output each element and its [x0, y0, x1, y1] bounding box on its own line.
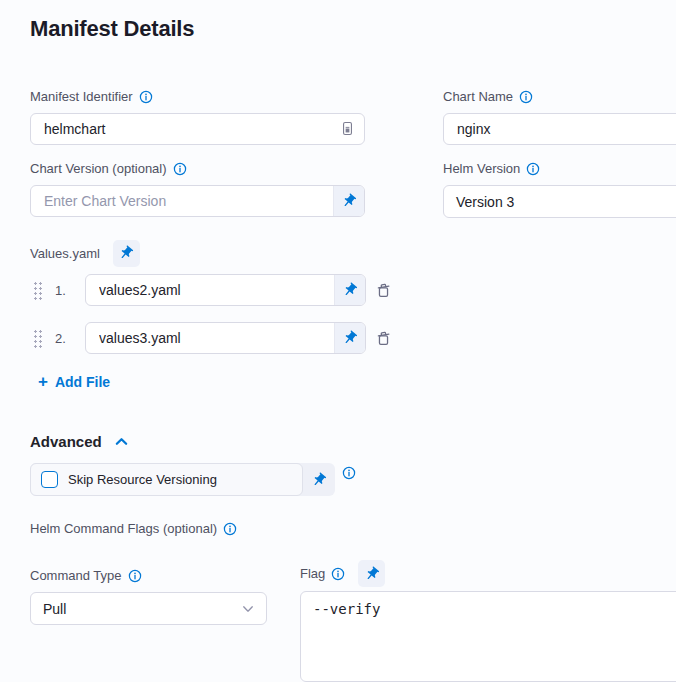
chevron-down-icon	[242, 605, 254, 613]
pin-icon	[342, 330, 358, 346]
chevron-up-icon	[115, 437, 128, 446]
info-icon[interactable]	[519, 90, 533, 104]
fixed-value-icon	[340, 121, 355, 136]
file-index: 2.	[55, 331, 73, 346]
chart-version-multitype-button[interactable]	[333, 186, 364, 216]
values-file-2-multitype-button[interactable]	[334, 323, 365, 353]
form-row-2: Chart Version (optional) Helm Version Ve…	[30, 162, 676, 218]
trash-icon	[375, 282, 392, 299]
form-row-1: Manifest Identifier Chart Name	[30, 90, 676, 145]
info-icon[interactable]	[223, 522, 237, 536]
values-yaml-multitype-button[interactable]	[113, 240, 140, 267]
values-file-1-multitype-button[interactable]	[334, 275, 365, 305]
drag-handle-icon[interactable]	[33, 281, 42, 300]
info-icon[interactable]	[331, 567, 345, 581]
values-file-input-1[interactable]	[86, 275, 334, 305]
add-file-button[interactable]: + Add File	[30, 374, 110, 390]
helm-version-select[interactable]: Version 3	[443, 185, 676, 218]
flag-multitype-button[interactable]	[358, 560, 385, 587]
manifest-details-panel: Manifest Details Manifest Identifier Cha…	[0, 0, 676, 682]
trash-icon	[375, 330, 392, 347]
helm-command-flags-label: Helm Command Flags (optional)	[30, 522, 217, 536]
command-type-select[interactable]: Pull	[30, 592, 267, 625]
command-flags-row: Command Type Pull Flag --verify	[30, 560, 676, 682]
values-file-row: 2.	[30, 322, 676, 354]
advanced-section-toggle[interactable]: Advanced	[30, 433, 676, 450]
info-icon[interactable]	[173, 162, 187, 176]
flag-textarea[interactable]: --verify	[300, 591, 676, 682]
flag-label: Flag	[300, 566, 325, 581]
command-type-label: Command Type	[30, 569, 122, 583]
pin-icon	[311, 472, 327, 488]
file-index: 1.	[55, 283, 73, 298]
pin-icon	[341, 193, 357, 209]
info-icon[interactable]	[526, 162, 540, 176]
delete-file-button[interactable]	[375, 330, 392, 347]
skip-resource-versioning-label: Skip Resource Versioning	[68, 472, 217, 487]
chart-version-label: Chart Version (optional)	[30, 162, 167, 176]
chart-name-input[interactable]	[443, 113, 676, 145]
page-title: Manifest Details	[30, 16, 676, 42]
drag-handle-icon[interactable]	[33, 329, 42, 348]
chart-name-label: Chart Name	[443, 90, 513, 104]
values-yaml-label: Values.yaml	[30, 246, 100, 261]
pin-icon	[118, 245, 134, 261]
values-yaml-header: Values.yaml	[30, 239, 676, 267]
delete-file-button[interactable]	[375, 282, 392, 299]
values-file-row: 1.	[30, 274, 676, 306]
advanced-label: Advanced	[30, 433, 102, 450]
add-file-label: Add File	[55, 374, 110, 390]
info-icon[interactable]	[139, 90, 153, 104]
pin-icon	[342, 282, 358, 298]
helm-version-value: Version 3	[456, 194, 676, 210]
info-icon[interactable]	[128, 569, 142, 583]
manifest-identifier-input[interactable]	[30, 113, 365, 145]
values-file-input-2[interactable]	[86, 323, 334, 353]
manifest-identifier-label: Manifest Identifier	[30, 90, 133, 104]
command-type-value: Pull	[43, 601, 242, 617]
skip-resource-versioning-control: Skip Resource Versioning	[30, 463, 335, 496]
chart-version-input[interactable]	[31, 186, 333, 216]
skip-resource-versioning-checkbox[interactable]	[41, 471, 58, 488]
pin-icon	[364, 566, 380, 582]
plus-icon: +	[38, 375, 48, 389]
info-icon[interactable]	[342, 466, 356, 480]
helm-version-label: Helm Version	[443, 162, 520, 176]
skip-resource-versioning-multitype-button[interactable]	[303, 463, 335, 496]
